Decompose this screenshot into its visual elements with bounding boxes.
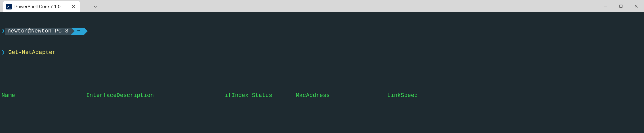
svg-rect-1	[620, 5, 622, 7]
blank-line	[0, 71, 644, 78]
prompt-line: ❯ newton@Newton-PC-3 ~	[0, 28, 644, 35]
minimize-button[interactable]	[598, 0, 613, 12]
tab-active[interactable]: >_ PowerShell Core 7.1.0 ✕	[3, 1, 80, 12]
command-line: ❯ Get-NetAdapter	[0, 49, 644, 56]
window-controls	[598, 0, 644, 12]
prompt-user-segment: newton@Newton-PC-3	[5, 28, 71, 35]
table-header: Name InterfaceDescription ifIndex Status…	[0, 92, 644, 99]
tab-dropdown-icon[interactable]	[90, 1, 100, 12]
terminal[interactable]: ❯ newton@Newton-PC-3 ~ ❯ Get-NetAdapter …	[0, 12, 644, 133]
powershell-icon: >_	[6, 4, 12, 9]
maximize-button[interactable]	[613, 0, 629, 12]
close-button[interactable]	[629, 0, 644, 12]
table-separator: ---- -------------------- ------- ------…	[0, 114, 644, 121]
prompt-caret-icon: ❯	[0, 28, 5, 35]
new-tab-button[interactable]: ＋	[80, 1, 90, 12]
tab-title: PowerShell Core 7.1.0	[14, 4, 60, 9]
command-caret-icon: ❯	[2, 49, 5, 56]
tab-close-icon[interactable]: ✕	[70, 3, 76, 10]
titlebar: >_ PowerShell Core 7.1.0 ✕ ＋	[0, 0, 644, 12]
command-text: Get-NetAdapter	[8, 49, 56, 56]
